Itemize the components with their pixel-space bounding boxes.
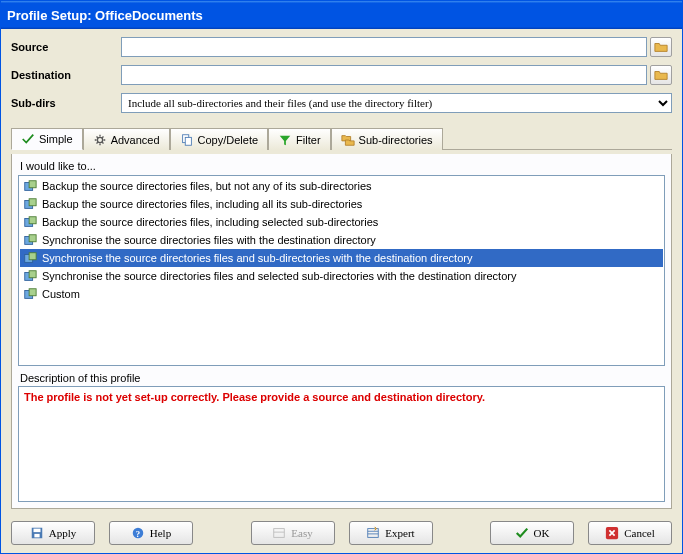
tab-label: Advanced	[111, 134, 160, 146]
check-icon	[515, 526, 529, 540]
list-item-label: Synchronise the source directories files…	[42, 252, 472, 264]
expert-button[interactable]: Expert	[349, 521, 433, 545]
subdirs-label: Sub-dirs	[11, 97, 121, 109]
button-label: Expert	[385, 527, 414, 539]
tab-sub-directories[interactable]: Sub-directories	[331, 128, 443, 150]
svg-rect-10	[29, 235, 36, 242]
help-button[interactable]: ? Help	[109, 521, 193, 545]
browse-source-button[interactable]	[650, 37, 672, 57]
list-item-label: Backup the source directories files, but…	[42, 180, 372, 192]
cancel-icon	[605, 526, 619, 540]
save-icon	[30, 526, 44, 540]
list-item[interactable]: Custom	[20, 285, 663, 303]
button-label: Apply	[49, 527, 77, 539]
ok-button[interactable]: OK	[490, 521, 574, 545]
list-item-label: Custom	[42, 288, 80, 300]
list-item[interactable]: Synchronise the source directories files…	[20, 231, 663, 249]
list-item-label: Synchronise the source directories files…	[42, 270, 516, 282]
description-box: The profile is not yet set-up correctly.…	[18, 386, 665, 502]
help-icon: ?	[131, 526, 145, 540]
tab-copy-delete[interactable]: Copy/Delete	[170, 128, 269, 150]
window-title: Profile Setup: OfficeDocuments	[7, 8, 203, 23]
list-item[interactable]: Backup the source directories files, inc…	[20, 213, 663, 231]
folders-icon	[341, 133, 355, 147]
profile-type-icon	[23, 215, 37, 229]
profile-type-icon	[23, 269, 37, 283]
list-item[interactable]: Backup the source directories files, but…	[20, 177, 663, 195]
copy-icon	[180, 133, 194, 147]
tab-label: Copy/Delete	[198, 134, 259, 146]
button-label: Easy	[291, 527, 312, 539]
options-listbox[interactable]: Backup the source directories files, but…	[18, 175, 665, 366]
easy-icon	[272, 526, 286, 540]
folder-icon	[654, 68, 668, 82]
tab-label: Filter	[296, 134, 320, 146]
list-item-label: Synchronise the source directories files…	[42, 234, 376, 246]
svg-point-0	[97, 137, 102, 142]
folder-icon	[654, 40, 668, 54]
tab-bar: Simple Advanced Copy/Delete Filter Sub-d…	[11, 127, 672, 150]
tab-label: Sub-directories	[359, 134, 433, 146]
svg-rect-19	[34, 534, 39, 538]
svg-rect-16	[29, 289, 36, 296]
destination-input[interactable]	[121, 65, 647, 85]
browse-destination-button[interactable]	[650, 65, 672, 85]
svg-rect-18	[33, 529, 40, 533]
expert-icon	[366, 526, 380, 540]
list-item[interactable]: Backup the source directories files, inc…	[20, 195, 663, 213]
subdirs-select[interactable]: Include all sub-directories and their fi…	[121, 93, 672, 113]
list-item-label: Backup the source directories files, inc…	[42, 216, 378, 228]
profile-type-icon	[23, 179, 37, 193]
button-label: Help	[150, 527, 171, 539]
destination-label: Destination	[11, 69, 121, 81]
svg-rect-4	[29, 181, 36, 188]
profile-type-icon	[23, 287, 37, 301]
prompt-label: I would like to...	[18, 158, 665, 175]
source-label: Source	[11, 41, 121, 53]
profile-type-icon	[23, 197, 37, 211]
tab-filter[interactable]: Filter	[268, 128, 330, 150]
svg-rect-6	[29, 199, 36, 206]
source-input[interactable]	[121, 37, 647, 57]
filter-icon	[278, 133, 292, 147]
svg-rect-22	[274, 529, 285, 538]
tab-simple[interactable]: Simple	[11, 128, 83, 150]
profile-type-icon	[23, 233, 37, 247]
easy-button: Easy	[251, 521, 335, 545]
check-icon	[21, 132, 35, 146]
description-text: The profile is not yet set-up correctly.…	[24, 391, 485, 403]
button-label: OK	[534, 527, 550, 539]
list-item[interactable]: Synchronise the source directories files…	[20, 249, 663, 267]
tab-label: Simple	[39, 133, 73, 145]
gear-icon	[93, 133, 107, 147]
button-label: Cancel	[624, 527, 655, 539]
list-item[interactable]: Synchronise the source directories files…	[20, 267, 663, 285]
svg-rect-14	[29, 271, 36, 278]
titlebar: Profile Setup: OfficeDocuments	[1, 1, 682, 29]
tab-advanced[interactable]: Advanced	[83, 128, 170, 150]
svg-rect-12	[29, 253, 36, 260]
cancel-button[interactable]: Cancel	[588, 521, 672, 545]
description-label: Description of this profile	[18, 366, 665, 386]
profile-type-icon	[23, 251, 37, 265]
svg-rect-8	[29, 217, 36, 224]
svg-text:?: ?	[136, 529, 140, 539]
svg-rect-2	[185, 137, 191, 145]
list-item-label: Backup the source directories files, inc…	[42, 198, 362, 210]
svg-rect-24	[368, 529, 379, 538]
apply-button[interactable]: Apply	[11, 521, 95, 545]
